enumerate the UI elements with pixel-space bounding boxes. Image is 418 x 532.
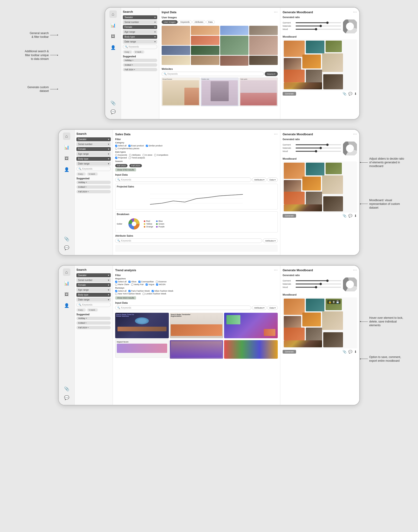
cb-vogue[interactable]: Vogue [146,283,154,286]
tag-vneck-2[interactable]: V-neck× [87,172,98,176]
tag-cozy-3[interactable]: Cozy× [76,308,86,311]
filter-body-2[interactable]: Body type▾ [76,157,111,161]
sidebar-paperclip-icon[interactable]: 📎 [109,99,117,107]
sidebar-paperclip-icon-2[interactable]: 📎 [62,234,71,243]
mood-track-3[interactable] [296,287,341,288]
sidebar-chart-icon-2[interactable]: 📊 [63,144,70,151]
keyword-search-2[interactable]: 🔍 Keywords [76,166,111,171]
tab-data[interactable]: Data [206,20,215,24]
materials-thumb-3[interactable] [320,283,322,285]
cb-attributes[interactable]: Attributes [129,154,141,156]
tag-cozy-2[interactable]: Cozy× [76,172,86,176]
suggested-holiday[interactable]: Holiday + [123,59,157,62]
filter-date[interactable]: Date range▾ [123,40,157,44]
garment-thumb-2[interactable] [326,144,329,146]
action-comment-3[interactable]: 💬 [348,350,352,354]
mood-track-2[interactable] [296,151,341,152]
keyword-search-1[interactable]: 🔍 Keywords [123,44,157,49]
filter-sweater-2[interactable]: Sweater▾ [76,137,111,141]
mood-thumb[interactable] [315,28,317,30]
source-filter-btn[interactable]: Source ▾ [265,72,278,76]
delete-icon[interactable]: 🗑 [333,300,335,303]
action-download-1[interactable]: ⬇ [354,92,357,96]
action-comment-1[interactable]: 💬 [348,92,352,96]
filter-serial[interactable]: Serial number▾ [123,20,157,24]
filter-date-3[interactable]: Date range▾ [76,298,111,302]
suggested-holiday-3[interactable]: Holiday + [76,317,111,320]
input-data-dots[interactable]: ··· [274,10,278,14]
materials-thumb[interactable] [320,25,322,27]
mood-thumb-3[interactable] [315,286,317,288]
filter-age[interactable]: Age range▾ [123,30,157,34]
suggested-fall-2[interactable]: Fall 2024 + [76,190,111,193]
cb-select-all-mag[interactable]: Select all [115,280,127,283]
cb-exact[interactable]: Exact product [128,144,144,147]
sidebar-image-icon[interactable]: 🖼 [109,33,117,40]
cb-nyfw[interactable]: New York Fashion Week [115,293,141,295]
garment-track-3[interactable] [296,280,341,281]
cb-similar[interactable]: Similar product [146,144,163,147]
mood-track[interactable] [296,29,341,30]
cb-cosmopolitan[interactable]: Cosmopolitan [139,280,154,283]
action-paperclip-1[interactable]: 📎 [343,92,347,96]
filter-sweater-3[interactable]: Sweater▾ [76,273,111,277]
sidebar-person-icon-2[interactable]: 👤 [63,166,70,173]
filter-age-2[interactable]: Age range▾ [76,152,111,156]
filter-female[interactable]: Female▾ [123,25,157,29]
generate-btn-1[interactable]: Generate [283,92,296,96]
season-fall24[interactable]: Fall 2024 [129,164,142,167]
sidebar-chart-icon-3[interactable]: 📊 [63,280,70,287]
tab-user-images[interactable]: User Images [162,20,178,24]
cb-milan[interactable]: Milan Fashion Week [152,290,173,292]
suggested-fall-3[interactable]: Fall 2024 + [76,326,111,329]
tab-attributes-3[interactable]: Attributes ▾ [263,239,278,243]
tab-data-2[interactable]: Data ▾ [267,177,278,182]
suggested-fall[interactable]: Fall 2024 + [123,68,157,71]
moodboard-dots-3[interactable]: ··· [353,268,357,272]
filter-age-3[interactable]: Age range▾ [76,288,111,292]
garment-thumb-3[interactable] [326,280,329,282]
sidebar-image-icon-2[interactable]: 🖼 [63,155,70,162]
materials-thumb-2[interactable] [320,147,322,149]
trend-analysis-dots[interactable]: ··· [274,268,278,272]
moodboard-dots-1[interactable]: ··· [353,10,357,14]
show-results-btn-3[interactable]: Show 0023 results [115,296,136,299]
filter-body[interactable]: Body type▾ [123,35,157,39]
generate-btn-3[interactable]: Generate [283,350,296,354]
sidebar-paperclip-icon-3[interactable]: 📎 [62,384,71,393]
website-keyword-search[interactable]: 🔍 Keywords [162,72,264,76]
sidebar-chat-icon-3[interactable]: 💬 [62,393,71,402]
cb-trend[interactable]: Trend analysis [129,157,145,159]
tag-cozy[interactable]: Cozy× [123,50,132,54]
sidebar-home-icon[interactable]: ⌂ [109,11,117,18]
sidebar-chat-icon[interactable]: 💬 [109,107,117,116]
garment-track-2[interactable] [296,144,341,145]
cb-select-all-run[interactable]: Select all [115,290,127,292]
keyword-search-3[interactable]: 🔍 Keywords [76,302,111,307]
sidebar-person-icon[interactable]: 👤 [109,44,117,51]
sales-data-dots[interactable]: ··· [274,132,278,136]
suggested-knitted[interactable]: Knitted + [123,63,157,66]
tab-attributes-4[interactable]: Attributes ▾ [252,306,267,310]
cb-instore[interactable]: In-store [143,154,152,156]
cb-keywords[interactable]: Keywords [115,154,127,156]
action-download-3[interactable]: ⬇ [354,350,357,354]
filter-sweater[interactable]: Sweater▾ [123,15,157,19]
materials-track[interactable] [296,25,341,26]
cb-paris[interactable]: Paris Fashion Week [128,290,150,292]
cb-wgsn[interactable]: WGSN [156,283,165,286]
tag-vneck[interactable]: V-neck× [133,50,144,54]
action-paperclip-3[interactable]: 📎 [343,350,347,354]
cb-marieclaire[interactable]: Marie Claire [115,283,129,286]
sidebar-image-icon-3[interactable]: 🖼 [63,291,70,298]
suggested-knitted-2[interactable]: Knitted + [76,185,111,189]
tab-attributes[interactable]: Attributes [193,20,206,24]
action-comment-2[interactable]: 💬 [348,214,352,218]
filter-serial-2[interactable]: Serial number▾ [76,142,111,146]
filter-date-2[interactable]: Date range▾ [76,162,111,166]
sidebar-chat-icon-2[interactable]: 💬 [62,243,71,252]
mood-thumb-2[interactable] [315,150,317,152]
tab-data-4[interactable]: Data ▾ [267,306,278,310]
action-paperclip-2[interactable]: 📎 [343,214,347,218]
filter-body-3[interactable]: Body type▾ [76,293,111,297]
